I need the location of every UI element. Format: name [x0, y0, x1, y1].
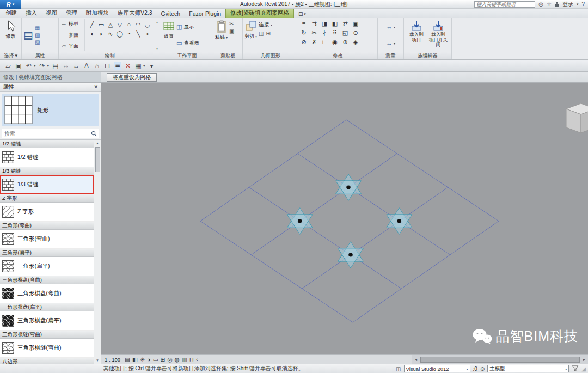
panel-label-clipboard[interactable]: 剪贴板: [213, 52, 242, 59]
join-geometry-icon[interactable]: ⊕: [341, 38, 350, 46]
mirror-axis-icon[interactable]: ◨: [320, 19, 329, 28]
tab-gvitech[interactable]: Gvitech: [157, 10, 185, 18]
load-into-project-close-button[interactable]: 载入到 项目并关闭: [427, 19, 449, 51]
cut-to-clipboard-icon[interactable]: ✂: [229, 21, 234, 27]
type-item-2[interactable]: Z 字形: [0, 203, 94, 222]
tab-modify-contextual[interactable]: 修改|瓷砖填充图案网格: [225, 8, 294, 18]
show-constraints-icon[interactable]: ⊓: [189, 356, 194, 363]
pattern-point-2[interactable]: [387, 208, 412, 235]
center-ends-arc-tool-icon[interactable]: ◡: [143, 20, 152, 29]
sun-path-icon[interactable]: ☀: [140, 356, 145, 363]
tab-insert[interactable]: 插入: [21, 9, 41, 18]
save-icon[interactable]: ▣: [15, 62, 22, 70]
plane-mode[interactable]: ▱平面: [60, 42, 83, 50]
tile-grid-line-2[interactable]: [251, 154, 397, 255]
view-cube[interactable]: [565, 102, 588, 138]
array-icon[interactable]: ⠿: [330, 28, 339, 37]
panel-label-modify[interactable]: 修改: [298, 52, 377, 59]
start-end-radius-arc-tool-icon[interactable]: ◠: [134, 20, 143, 29]
tab-fuzor-plugin[interactable]: Fuzor Plugin: [185, 10, 225, 18]
type-group-header-7[interactable]: 三角形棋缝(弯曲): [0, 331, 94, 339]
delete-icon[interactable]: ✗: [310, 38, 318, 46]
switch-windows-icon-dropdown[interactable]: ▾: [143, 64, 145, 68]
scroll-down-icon[interactable]: ▼: [96, 357, 99, 364]
panel-label-workplane[interactable]: 工作平面: [161, 52, 213, 59]
set-workplane-button[interactable]: 设置: [163, 19, 175, 51]
show-workplane-button[interactable]: ◫显示: [176, 23, 199, 30]
type-group-header-0[interactable]: 1/2 错缝: [0, 140, 94, 148]
circumscribed-polygon-tool-icon[interactable]: ▽: [115, 20, 124, 29]
tile-grid-boundary[interactable]: [200, 120, 499, 322]
corner-icon[interactable]: ∟: [320, 38, 329, 46]
pick-lines-tool-icon[interactable]: ╲: [134, 29, 143, 38]
type-item-3[interactable]: 三角形(弯曲): [0, 230, 94, 249]
tile-grid-line-1[interactable]: [249, 187, 401, 289]
editing-requests-icon[interactable]: ⊙: [480, 366, 485, 372]
rotate-icon[interactable]: ↻: [299, 28, 308, 37]
fillet-arc-tool-icon[interactable]: ◗: [97, 29, 106, 38]
help-icon[interactable]: ?: [581, 1, 585, 7]
copy-tool-icon[interactable]: ▣: [351, 19, 360, 28]
rectangle-tool-icon[interactable]: ▭: [97, 20, 106, 29]
tangent-arc-tool-icon[interactable]: ◖: [88, 29, 96, 38]
tab-addins[interactable]: 附加模块: [82, 9, 113, 18]
type-item-0[interactable]: 1/2 错缝: [0, 148, 94, 167]
text-icon[interactable]: A: [83, 62, 90, 70]
ellipse-tool-icon[interactable]: ◯: [115, 29, 124, 38]
filter-icon[interactable]: [572, 365, 579, 372]
paste-button[interactable]: 粘贴▾: [215, 19, 228, 51]
tab-view[interactable]: 视图: [41, 9, 62, 18]
type-group-header-5[interactable]: 三角形棋盘(弯曲): [0, 276, 94, 284]
type-search-input[interactable]: [2, 131, 91, 137]
close-hidden-windows-icon[interactable]: ✕: [124, 62, 132, 70]
match-type-icon[interactable]: ◉: [330, 38, 339, 46]
split-icon[interactable]: ∤: [320, 28, 329, 37]
customize-qat-icon[interactable]: ▾: [148, 62, 156, 70]
scroll-right-icon[interactable]: ▸: [580, 357, 588, 362]
tab-family-library-master[interactable]: 族库大师V2.3: [113, 9, 157, 18]
inscribed-polygon-tool-icon[interactable]: △: [106, 20, 115, 29]
tab-create[interactable]: 创建: [1, 9, 21, 18]
signin-button[interactable]: 登录: [562, 1, 573, 8]
draw-gallery-scrollbar[interactable]: ▴ ▾: [155, 19, 159, 51]
type-search-box[interactable]: [2, 129, 99, 138]
panel-label-family-editor[interactable]: 族编辑器: [404, 52, 451, 59]
type-list-scrollbar[interactable]: ▲ ▼: [94, 140, 101, 364]
signin-dropdown-icon[interactable]: ▾: [577, 2, 579, 7]
load-into-project-button[interactable]: 载入到 项目: [406, 19, 427, 51]
panel-label-properties[interactable]: 属性: [22, 52, 58, 59]
pin-icon[interactable]: ⊙: [351, 28, 360, 37]
unpin-icon[interactable]: ⊘: [299, 38, 308, 46]
scroll-up-icon[interactable]: ▴: [156, 20, 158, 24]
drawing-area[interactable]: 品智BIM科技 1 : 100 ▤◧☀◑▭⊞◎◍▥⊓‹ ◂ ▸: [101, 83, 588, 364]
close-icon[interactable]: ✕: [94, 84, 98, 90]
paint-icon[interactable]: ◈: [351, 38, 360, 46]
type-item-1[interactable]: 1/3 错缝: [0, 175, 94, 194]
collapse-arrow-icon[interactable]: ‹: [196, 356, 198, 363]
temporary-view-properties-icon[interactable]: ▥: [182, 356, 187, 363]
line-tool-icon[interactable]: ╱: [88, 20, 96, 29]
model-line-mode[interactable]: ─模型: [60, 21, 83, 28]
modify-button[interactable]: 修改: [6, 19, 16, 51]
spline-tool-icon[interactable]: ∿: [106, 29, 115, 38]
split-face-icon[interactable]: ⊞: [266, 30, 270, 36]
help-search-box[interactable]: [474, 1, 535, 8]
scrollbar-thumb[interactable]: [95, 147, 100, 172]
type-item-5[interactable]: 三角形棋盘(弯曲): [0, 284, 94, 303]
family-types-icon[interactable]: ▦: [35, 25, 40, 31]
type-item-6[interactable]: 三角形棋盘(扁平): [0, 311, 94, 331]
horizontal-scrollbar[interactable]: ◂ ▸: [412, 354, 588, 364]
measure-button[interactable]: ⇔▾: [386, 23, 395, 31]
family-category-icon[interactable]: ▧: [35, 32, 40, 38]
panel-label-geometry[interactable]: 几何图形: [243, 52, 298, 59]
pattern-point-3[interactable]: [338, 242, 364, 268]
panel-label-measure[interactable]: 测量: [378, 52, 403, 59]
undo-icon-dropdown[interactable]: ▾: [34, 64, 36, 68]
open-icon[interactable]: ▱: [4, 62, 12, 70]
type-selector[interactable]: 矩形: [2, 94, 99, 126]
partial-ellipse-tool-icon[interactable]: ◔: [125, 29, 133, 38]
align-icon[interactable]: ≡: [299, 19, 308, 28]
pattern-point-1[interactable]: [287, 208, 313, 235]
show-crop-region-icon[interactable]: ⊞: [161, 356, 166, 363]
trim-icon[interactable]: ✂: [310, 28, 318, 37]
